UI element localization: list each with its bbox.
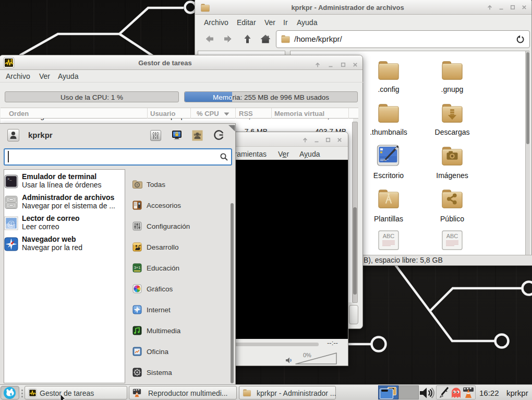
svg-text:3+1: 3+1 — [134, 265, 141, 270]
svg-text:>_: >_ — [7, 177, 12, 181]
svg-text:@: @ — [7, 219, 15, 228]
svg-text:ABC: ABC — [446, 233, 458, 239]
svg-text:ABC: ABC — [383, 233, 395, 239]
